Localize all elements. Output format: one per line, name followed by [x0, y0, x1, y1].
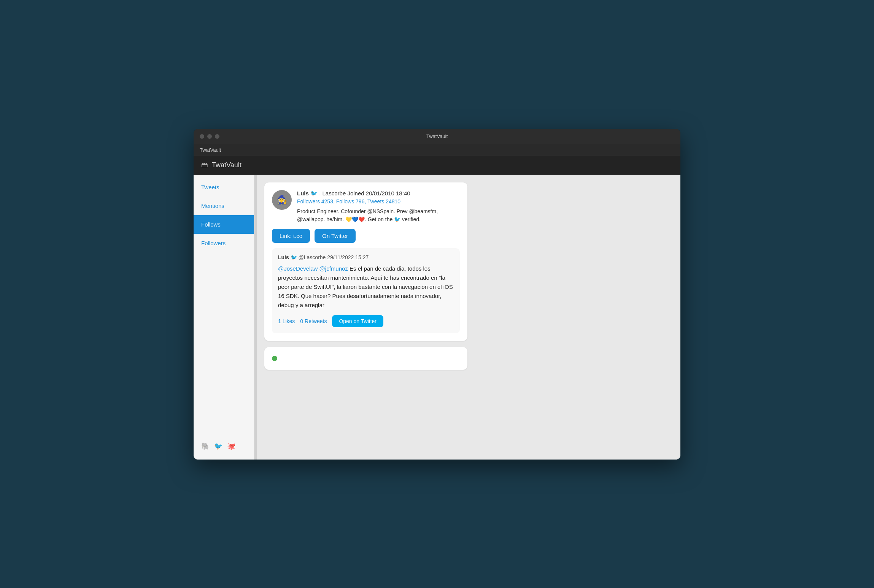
tweet-handle: @Lascorbe [299, 254, 326, 260]
user-location-text: Lascorbe [323, 190, 346, 197]
minimize-button[interactable] [207, 134, 212, 139]
app-title: TwatVault [212, 161, 242, 169]
right-panel [475, 175, 680, 460]
sidebar-item-mentions[interactable]: Mentions [194, 197, 254, 215]
tweet-retweets: 0 Retweets [300, 318, 327, 324]
close-button[interactable] [200, 134, 204, 139]
tweet-likes: 1 Likes [278, 318, 295, 324]
sidebar-item-tweets[interactable]: Tweets [194, 178, 254, 197]
link-button[interactable]: Link: t.co [272, 229, 310, 243]
sidebar-item-follows[interactable]: Follows [194, 215, 254, 234]
second-card-partial [264, 347, 467, 370]
title-bar: TwatVault [194, 129, 680, 144]
user-name-line: Luis 🐦 , Lascorbe Joined 20/01/2010 18:4… [297, 190, 460, 197]
tweet-card: Luis 🐦 @Lascorbe 29/11/2022 15:27 @JoseD… [272, 248, 460, 333]
tweet-mention1[interactable]: @JoseDevelaw [278, 265, 318, 272]
main-content: 🧙 Luis 🐦 , Lascorbe Joined 20/01/2010 18… [257, 175, 475, 460]
sidebar: Tweets Mentions Follows Followers 🐘 🐦 🐙 [194, 175, 254, 460]
maximize-button[interactable] [215, 134, 219, 139]
tweet-body: @JoseDevelaw @jcfmunoz Es el pan de cada… [278, 264, 454, 310]
user-stats: Followers 4253, Follows 796, Tweets 2481… [297, 198, 460, 204]
user-bio: Product Engineer. Cofounder @NSSpain. Pr… [297, 208, 460, 223]
user-location: , [319, 190, 322, 197]
tweet-bird: 🐦 [291, 254, 297, 260]
sidebar-footer: 🐘 🐦 🐙 [194, 436, 254, 456]
tweet-date-value: 29/11/2022 15:27 [327, 254, 369, 260]
avatar: 🧙 [272, 190, 292, 210]
sidebar-item-followers[interactable]: Followers [194, 234, 254, 252]
user-joined: Joined 20/01/2010 18:40 [347, 190, 410, 197]
app-icon: 🗃 [201, 161, 208, 169]
menu-app-name: TwatVault [200, 147, 221, 153]
window-controls [200, 134, 219, 139]
menu-bar: TwatVault [194, 144, 680, 156]
github-icon[interactable]: 🐙 [227, 442, 235, 450]
user-info: Luis 🐦 , Lascorbe Joined 20/01/2010 18:4… [297, 190, 460, 223]
user-name: Luis [297, 190, 309, 197]
sidebar-nav: Tweets Mentions Follows Followers [194, 178, 254, 436]
user-header: 🧙 Luis 🐦 , Lascorbe Joined 20/01/2010 18… [272, 190, 460, 223]
tweet-author: Luis [278, 254, 289, 260]
mastodon-icon[interactable]: 🐘 [201, 442, 210, 450]
tweet-header: Luis 🐦 @Lascorbe 29/11/2022 15:27 [278, 254, 454, 260]
status-dot [272, 356, 277, 361]
tweet-mention2[interactable]: @jcfmunoz [319, 265, 348, 272]
open-on-twitter-button[interactable]: Open on Twitter [332, 315, 383, 327]
on-twitter-button[interactable]: On Twitter [315, 229, 356, 243]
app-window: TwatVault TwatVault 🗃 TwatVault Tweets M… [194, 129, 680, 460]
tweet-footer: 1 Likes 0 Retweets Open on Twitter [278, 315, 454, 327]
user-bird-emoji: 🐦 [310, 190, 318, 197]
content-area: Tweets Mentions Follows Followers 🐘 🐦 🐙 [194, 175, 680, 460]
user-card: 🧙 Luis 🐦 , Lascorbe Joined 20/01/2010 18… [264, 182, 467, 341]
card-actions: Link: t.co On Twitter [272, 229, 460, 243]
window-title: TwatVault [426, 133, 448, 139]
app-header: 🗃 TwatVault [194, 156, 680, 175]
twitter-icon[interactable]: 🐦 [214, 442, 222, 450]
